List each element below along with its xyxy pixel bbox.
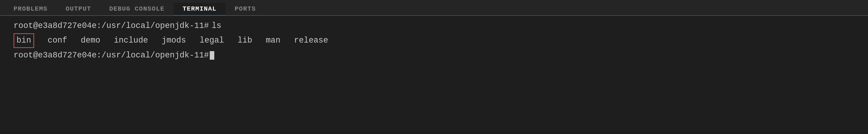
tab-terminal-label: TERMINAL (183, 5, 217, 12)
tab-output-label: OUTPUT (66, 5, 91, 12)
ls-item-lib: lib (238, 35, 252, 46)
ls-item-jmods: jmods (162, 35, 186, 46)
tab-debug-console[interactable]: DEBUG CONSOLE (100, 3, 174, 16)
terminal-line-1: root@e3a8d727e04e:/usr/local/openjdk-11#… (13, 20, 855, 32)
tab-problems-label: PROBLEMS (13, 5, 48, 12)
tab-output[interactable]: OUTPUT (57, 3, 100, 16)
terminal-line-3: root@e3a8d727e04e:/usr/local/openjdk-11# (13, 50, 855, 61)
tab-ports[interactable]: PORTS (225, 3, 265, 16)
ls-item-bin: bin (13, 33, 34, 48)
command-1: ls (212, 20, 221, 32)
ls-item-conf: conf (48, 35, 67, 46)
tab-debug-console-label: DEBUG CONSOLE (109, 5, 164, 12)
ls-item-demo: demo (81, 35, 100, 46)
tab-bar: PROBLEMS OUTPUT DEBUG CONSOLE TERMINAL P… (0, 0, 868, 16)
terminal-cursor (210, 51, 214, 60)
terminal-container: PROBLEMS OUTPUT DEBUG CONSOLE TERMINAL P… (0, 0, 868, 134)
ls-item-man: man (266, 35, 281, 46)
prompt-3: root@e3a8d727e04e:/usr/local/openjdk-11# (13, 50, 209, 61)
prompt-1: root@e3a8d727e04e:/usr/local/openjdk-11# (13, 20, 209, 32)
ls-item-release: release (294, 35, 328, 46)
ls-item-include: include (114, 35, 148, 46)
tab-ports-label: PORTS (235, 5, 256, 12)
tab-problems[interactable]: PROBLEMS (4, 3, 57, 16)
tab-terminal[interactable]: TERMINAL (174, 3, 225, 16)
ls-item-legal: legal (199, 35, 224, 46)
terminal-line-2: bin conf demo include jmods legal lib ma… (13, 33, 855, 48)
terminal-content[interactable]: root@e3a8d727e04e:/usr/local/openjdk-11#… (0, 16, 868, 134)
